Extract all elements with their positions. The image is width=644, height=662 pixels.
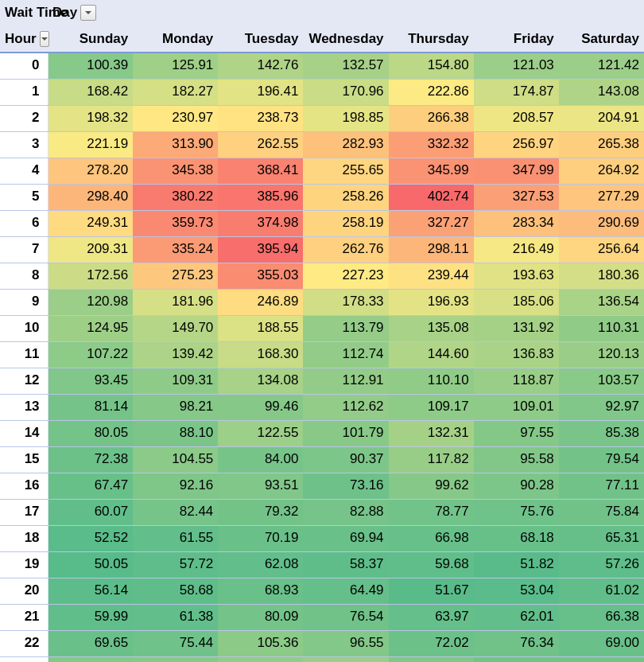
table-row: 1293.45109.31134.08112.91110.10118.87103… [0, 368, 644, 394]
heatmap-cell: 95.58 [474, 446, 559, 473]
heatmap-cell: 62.08 [218, 551, 303, 578]
heatmap-cell: 51.82 [474, 551, 559, 578]
heatmap-cell: 120.98 [48, 289, 133, 315]
heatmap-cell: 80.05 [48, 420, 133, 446]
heatmap-cell: 79.83 [474, 656, 559, 662]
heatmap-cell: 85.38 [559, 420, 644, 446]
heatmap-cell: 72.38 [48, 446, 133, 473]
heatmap-cell: 67.47 [48, 473, 133, 499]
heatmap-cell: 112.62 [303, 394, 388, 420]
heatmap-cell: 93.45 [48, 368, 133, 394]
heatmap-cell: 59.99 [48, 604, 133, 630]
row-header-hour: 9 [0, 289, 48, 315]
table-row: 2399.34101.65111.76121.3095.3179.8379.76 [0, 656, 644, 662]
heatmap-cell: 144.60 [389, 341, 474, 368]
heatmap-cell: 345.99 [389, 158, 474, 184]
heatmap-cell: 52.52 [48, 525, 133, 551]
heatmap-cell: 68.93 [218, 578, 303, 604]
column-header-day: Saturday [559, 26, 644, 53]
row-header-hour: 19 [0, 551, 48, 578]
table-row: 1760.0782.4479.3282.8878.7775.7675.84 [0, 499, 644, 525]
heatmap-cell: 101.65 [133, 656, 218, 662]
heatmap-cell: 180.36 [559, 263, 644, 289]
table-row: 1480.0588.10122.55101.79132.3197.5585.38 [0, 420, 644, 446]
heatmap-cell: 107.22 [48, 341, 133, 368]
heatmap-cell: 79.54 [559, 446, 644, 473]
heatmap-cell: 136.83 [474, 341, 559, 368]
heatmap-cell: 100.39 [48, 53, 133, 79]
table-row: 0100.39125.91142.76132.57154.80121.03121… [0, 53, 644, 79]
heatmap-cell: 109.17 [389, 394, 474, 420]
wait-time-heatmap: Wait Time Day Hour [0, 0, 644, 662]
heatmap-cell: 188.55 [218, 315, 303, 341]
heatmap-cell: 345.38 [133, 158, 218, 184]
heatmap-cell: 221.19 [48, 131, 133, 158]
heatmap-cell: 112.74 [303, 341, 388, 368]
row-field-header: Hour [0, 26, 48, 53]
heatmap-cell: 82.88 [303, 499, 388, 525]
row-header-hour: 0 [0, 53, 48, 79]
heatmap-cell: 111.76 [218, 656, 303, 662]
row-header-hour: 23 [0, 656, 48, 662]
heatmap-cell: 76.54 [303, 604, 388, 630]
heatmap-cell: 298.40 [48, 184, 133, 210]
hour-filter-dropdown[interactable] [40, 31, 49, 47]
heatmap-cell: 149.70 [133, 315, 218, 341]
table-row: 2056.1458.6868.9364.4951.6753.0461.02 [0, 578, 644, 604]
heatmap-cell: 76.34 [474, 630, 559, 656]
row-header-hour: 16 [0, 473, 48, 499]
row-header-hour: 11 [0, 341, 48, 368]
heatmap-cell: 96.55 [303, 630, 388, 656]
heatmap-cell: 104.55 [133, 446, 218, 473]
heatmap-cell: 103.57 [559, 368, 644, 394]
heatmap-cell: 99.62 [389, 473, 474, 499]
heatmap-cell: 139.42 [133, 341, 218, 368]
heatmap-cell: 277.29 [559, 184, 644, 210]
heatmap-cell: 178.33 [303, 289, 388, 315]
heatmap-cell: 112.91 [303, 368, 388, 394]
row-header-hour: 14 [0, 420, 48, 446]
heatmap-cell: 101.79 [303, 420, 388, 446]
heatmap-cell: 70.19 [218, 525, 303, 551]
table-row: 2159.9961.3880.0976.5463.9762.0166.38 [0, 604, 644, 630]
row-header-hour: 17 [0, 499, 48, 525]
heatmap-cell: 355.03 [218, 263, 303, 289]
heatmap-cell: 59.68 [389, 551, 474, 578]
heatmap-cell: 198.32 [48, 105, 133, 131]
heatmap-cell: 359.73 [133, 210, 218, 236]
heatmap-cell: 204.91 [559, 105, 644, 131]
heatmap-cell: 110.31 [559, 315, 644, 341]
heatmap-cell: 77.11 [559, 473, 644, 499]
heatmap-cell: 65.31 [559, 525, 644, 551]
heatmap-cell: 95.31 [389, 656, 474, 662]
heatmap-cell: 132.57 [303, 53, 388, 79]
row-header-hour: 20 [0, 578, 48, 604]
heatmap-cell: 61.55 [133, 525, 218, 551]
heatmap-cell: 80.09 [218, 604, 303, 630]
heatmap-cell: 170.96 [303, 79, 388, 105]
table-row: 1667.4792.1693.5173.1699.6290.2877.11 [0, 473, 644, 499]
heatmap-cell: 181.96 [133, 289, 218, 315]
day-filter-dropdown[interactable] [80, 5, 96, 21]
heatmap-cell: 402.74 [389, 184, 474, 210]
heatmap-cell: 113.79 [303, 315, 388, 341]
heatmap-cell: 92.97 [559, 394, 644, 420]
heatmap-cell: 57.72 [133, 551, 218, 578]
heatmap-cell: 196.41 [218, 79, 303, 105]
heatmap-cell: 134.08 [218, 368, 303, 394]
row-header-hour: 5 [0, 184, 48, 210]
heatmap-cell: 121.30 [303, 656, 388, 662]
heatmap-cell: 275.23 [133, 263, 218, 289]
heatmap-cell: 290.69 [559, 210, 644, 236]
heatmap-cell: 72.02 [389, 630, 474, 656]
heatmap-cell: 98.21 [133, 394, 218, 420]
heatmap-cell: 168.42 [48, 79, 133, 105]
heatmap-cell: 97.55 [474, 420, 559, 446]
heatmap-cell: 69.94 [303, 525, 388, 551]
heatmap-cell: 64.49 [303, 578, 388, 604]
heatmap-cell: 118.87 [474, 368, 559, 394]
heatmap-cell: 143.08 [559, 79, 644, 105]
heatmap-cell: 278.20 [48, 158, 133, 184]
row-header-hour: 18 [0, 525, 48, 551]
row-header-hour: 10 [0, 315, 48, 341]
